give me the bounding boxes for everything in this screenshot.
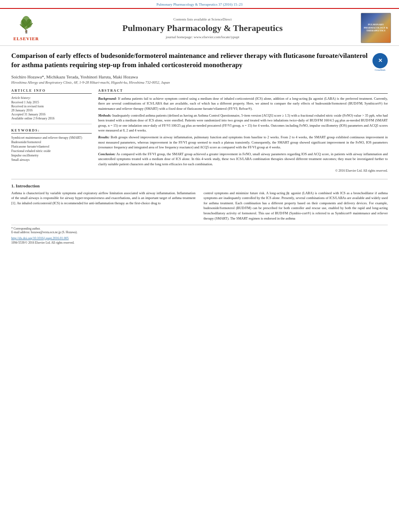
svg-point-8 bbox=[25, 30, 27, 32]
introduction-section: 1. Introduction Asthma is characterized … bbox=[11, 183, 388, 221]
revised-date: 28 January 2016 bbox=[11, 109, 92, 112]
abstract-background: Background: If asthma patients fail to a… bbox=[98, 96, 388, 111]
svg-point-7 bbox=[26, 19, 32, 28]
abstract-header: Abstract bbox=[98, 88, 388, 94]
accepted-date: Accepted 31 January 2016 bbox=[11, 113, 92, 116]
keywords-header: Keywords: bbox=[11, 128, 92, 134]
introduction-left-column: 1. Introduction Asthma is characterized … bbox=[11, 183, 195, 221]
article-title-section: Comparison of early effects of budesonid… bbox=[11, 51, 388, 71]
elsevier-logo: ELSEVIER bbox=[8, 15, 44, 41]
introduction-paragraph-left: Asthma is characterized by variable symp… bbox=[11, 191, 195, 206]
received-revised-label: Received in revised form bbox=[11, 105, 92, 108]
conclusion-text: As compared with the FF/VI group, the SM… bbox=[98, 152, 388, 166]
journal-header: ELSEVIER Contents lists available at Sci… bbox=[0, 9, 399, 46]
cover-image-text: PULMONARY PHARMACOLOGY & THERAPEUTICS bbox=[361, 22, 391, 34]
conclusion-label: Conclusion: bbox=[98, 152, 115, 156]
article-history-block: Article history: Received 1 July 2015 Re… bbox=[11, 96, 92, 124]
keyword-3: Fluticasone furoate/vilanterol bbox=[11, 145, 92, 148]
abstract-results: Results: Both groups showed improvement … bbox=[98, 135, 388, 150]
section-title: Introduction bbox=[16, 183, 40, 188]
introduction-title: 1. Introduction bbox=[11, 183, 195, 188]
corresponding-author-note: * Corresponding author. bbox=[11, 227, 388, 230]
introduction-right-text: control symptoms and minimize future ris… bbox=[204, 191, 388, 221]
results-label: Results: bbox=[98, 135, 109, 139]
article-info-column: Article Info Article history: Received 1… bbox=[11, 88, 92, 173]
methods-text: Inadequately controlled asthma patients … bbox=[98, 113, 388, 132]
article-container: Comparison of early effects of budesonid… bbox=[0, 46, 399, 249]
abstract-methods: Methods: Inadequately controlled asthma … bbox=[98, 113, 388, 133]
crossmark-badge: ✕ CrossMark bbox=[372, 53, 388, 71]
author-names: Soichiro Hozawa*, Michikazu Terada, Yosh… bbox=[11, 74, 138, 79]
background-text: If asthma patients fail to achieve sympt… bbox=[98, 97, 388, 111]
article-info-header: Article Info bbox=[11, 88, 92, 94]
section-divider bbox=[11, 179, 388, 179]
section-number: 1. bbox=[11, 183, 14, 188]
abstract-column: Abstract Background: If asthma patients … bbox=[98, 88, 388, 173]
abstract-text: Background: If asthma patients fail to a… bbox=[98, 96, 388, 173]
introduction-paragraph-right: control symptoms and minimize future ris… bbox=[204, 191, 388, 221]
issn-copyright: 1094-5539/© 2016 Elsevier Ltd. All right… bbox=[11, 241, 388, 244]
introduction-right-column: control symptoms and minimize future ris… bbox=[204, 183, 388, 221]
history-label: Article history: bbox=[11, 96, 92, 100]
received-date: Received 1 July 2015 bbox=[11, 101, 92, 104]
keyword-5: Impulse oscillometry bbox=[11, 154, 92, 157]
elsevier-brand-text: ELSEVIER bbox=[13, 36, 39, 41]
science-direct-text: Contents lists available at ScienceDirec… bbox=[44, 17, 361, 21]
keywords-block: Keywords: Symbicort maintenance and reli… bbox=[11, 128, 92, 162]
results-text: Both groups showed improvement in airway… bbox=[98, 135, 388, 149]
article-body: Article Info Article history: Received 1… bbox=[11, 88, 388, 173]
doi-link[interactable]: http://dx.doi.org/10.1016/j.pupt.2016.01… bbox=[11, 236, 388, 240]
crossmark-label: CrossMark bbox=[372, 69, 388, 71]
abstract-conclusion: Conclusion: As compared with the FF/VI g… bbox=[98, 152, 388, 166]
homepage-link: journal homepage: www.elsevier.com/locat… bbox=[44, 35, 361, 39]
journal-cover-image: PULMONARY PHARMACOLOGY & THERAPEUTICS bbox=[361, 13, 391, 43]
svg-point-6 bbox=[21, 19, 27, 28]
keyword-6: Small airways bbox=[11, 158, 92, 162]
elsevier-tree-icon bbox=[15, 15, 37, 35]
introduction-left-text: Asthma is characterized by variable symp… bbox=[11, 191, 195, 206]
background-label: Background: bbox=[98, 97, 117, 101]
available-online-date: Available online 2 February 2016 bbox=[11, 117, 92, 120]
email-footnote: E-mail address: hozawa@vesta.ocn.ne.jp (… bbox=[11, 230, 388, 234]
footnote-area: * Corresponding author. E-mail address: … bbox=[11, 225, 388, 244]
journal-reference-bar: Pulmonary Pharmacology & Therapeutics 37… bbox=[0, 0, 399, 9]
keyword-4: Fractional exhaled nitric oxide bbox=[11, 149, 92, 153]
methods-label: Methods: bbox=[98, 113, 111, 117]
keyword-1: Symbicort maintenance and reliever thera… bbox=[11, 136, 92, 140]
journal-name: Pulmonary Pharmacology & Therapeutics bbox=[44, 23, 361, 33]
authors-line: Soichiro Hozawa*, Michikazu Terada, Yosh… bbox=[11, 74, 388, 79]
keyword-2: Budesonide/formoterol bbox=[11, 140, 92, 144]
journal-title-block: Contents lists available at ScienceDirec… bbox=[44, 17, 361, 39]
article-title: Comparison of early effects of budesonid… bbox=[11, 51, 368, 70]
crossmark-icon: ✕ bbox=[372, 53, 388, 68]
affiliation-line: Hiroshima Allergy and Respiratory Clinic… bbox=[11, 80, 388, 84]
journal-citation: Pulmonary Pharmacology & Therapeutics 37… bbox=[156, 2, 243, 6]
copyright-text: © 2016 Elsevier Ltd. All rights reserved… bbox=[98, 168, 388, 173]
